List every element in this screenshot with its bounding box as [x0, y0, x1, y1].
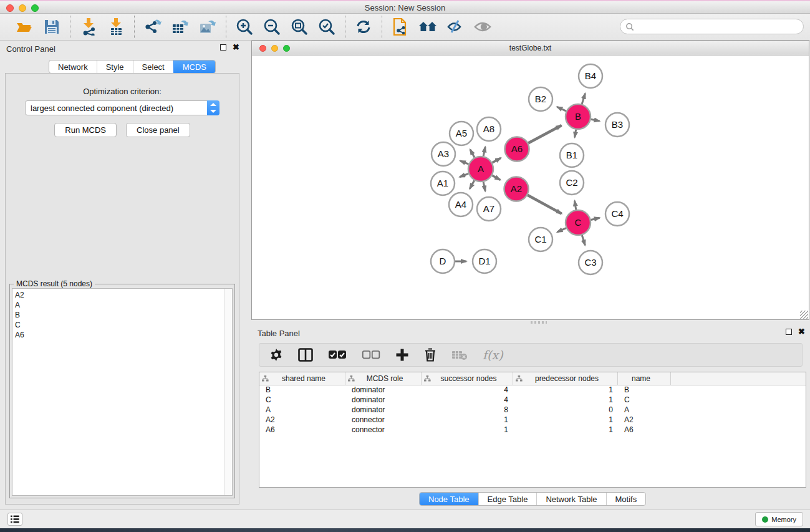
node-A7[interactable]: A7	[477, 197, 501, 221]
zoom-fit-icon[interactable]	[290, 17, 309, 36]
column-header-MCDS-role[interactable]: MCDS role	[345, 372, 422, 385]
tab-edge-table[interactable]: Edge Table	[478, 493, 537, 505]
table-row[interactable]: A2connector11A2	[259, 415, 806, 425]
edge-A-A8[interactable]	[483, 147, 485, 156]
run-mcds-button[interactable]: Run MCDS	[54, 123, 117, 137]
gear-icon[interactable]	[269, 346, 283, 364]
node-A6[interactable]: A6	[505, 137, 529, 162]
import-table-icon[interactable]	[107, 17, 125, 36]
node-A4[interactable]: A4	[449, 193, 473, 216]
node-B3[interactable]: B3	[605, 113, 629, 137]
result-list-item[interactable]: B	[15, 310, 222, 320]
result-list-item[interactable]: C	[15, 320, 222, 330]
edge-A2-C[interactable]	[528, 195, 562, 214]
node-table[interactable]: shared nameMCDS rolesuccessor nodesprede…	[259, 372, 806, 488]
node-A5[interactable]: A5	[450, 122, 473, 145]
node-B2[interactable]: B2	[529, 87, 552, 111]
memory-button[interactable]: Memory	[755, 512, 803, 526]
delete-table-icon[interactable]	[451, 346, 468, 364]
save-session-icon[interactable]	[42, 17, 61, 36]
result-list-item[interactable]: A6	[15, 330, 222, 340]
node-A1[interactable]: A1	[431, 172, 455, 195]
node-C3[interactable]: C3	[579, 251, 602, 274]
result-list-item[interactable]: A	[15, 300, 222, 310]
home-icon[interactable]	[418, 17, 437, 36]
toggle-details-icon[interactable]	[446, 17, 465, 36]
node-A8[interactable]: A8	[477, 117, 501, 141]
edge-A-A5[interactable]	[470, 149, 475, 157]
table-row[interactable]: A6connector11A6	[259, 425, 806, 435]
search-input[interactable]	[637, 22, 793, 31]
float-table-panel-icon[interactable]	[786, 329, 792, 335]
node-D1[interactable]: D1	[473, 249, 496, 273]
edge-B-B4[interactable]	[582, 94, 585, 104]
network-from-file-icon[interactable]	[391, 17, 410, 36]
edge-A-A6[interactable]	[492, 158, 501, 163]
table-row[interactable]: Bdominator41B	[259, 385, 806, 395]
edge-A-A4[interactable]	[470, 180, 475, 188]
refresh-icon[interactable]	[354, 17, 373, 36]
table-row[interactable]: Cdominator41C	[259, 395, 806, 405]
horizontal-splitter[interactable]	[251, 320, 810, 325]
edge-C-C2[interactable]	[574, 201, 576, 210]
result-list-item[interactable]: A2	[15, 290, 222, 300]
close-table-panel-icon[interactable]: ✖	[798, 329, 805, 335]
float-panel-icon[interactable]	[220, 44, 226, 51]
export-network-icon[interactable]	[143, 17, 162, 36]
criterion-dropdown[interactable]: largest connected component (directed)	[25, 100, 219, 115]
edge-C-C1[interactable]	[557, 228, 566, 232]
function-builder-button[interactable]: f(x)	[483, 348, 503, 362]
node-C4[interactable]: C4	[605, 202, 629, 226]
table-row[interactable]: Adominator80A	[259, 405, 806, 415]
result-scrollbar[interactable]	[224, 289, 232, 495]
resize-handle-icon[interactable]	[800, 311, 808, 319]
column-header-predecessor-nodes[interactable]: predecessor nodes	[513, 372, 618, 385]
export-table-icon[interactable]	[171, 17, 190, 36]
zoom-in-icon[interactable]	[235, 17, 254, 36]
node-B[interactable]: B	[566, 104, 591, 129]
zoom-out-icon[interactable]	[263, 17, 281, 36]
import-network-icon[interactable]	[79, 17, 98, 36]
column-header-successor-nodes[interactable]: successor nodes	[422, 372, 513, 385]
node-B4[interactable]: B4	[579, 64, 602, 88]
column-header-name[interactable]: name	[618, 372, 671, 385]
node-A3[interactable]: A3	[432, 142, 455, 166]
edge-A-A2[interactable]	[492, 175, 500, 180]
tab-network[interactable]: Network	[49, 60, 97, 73]
edge-C-C4[interactable]	[591, 218, 599, 220]
edge-B-B1[interactable]	[575, 130, 576, 138]
column-header-shared-name[interactable]: shared name	[259, 372, 345, 385]
edge-A6-B[interactable]	[528, 125, 561, 143]
trash-icon[interactable]	[424, 346, 436, 364]
tab-mcds[interactable]: MCDS	[173, 60, 215, 73]
mcds-result-list[interactable]: A2ABCA6	[12, 288, 233, 496]
node-C[interactable]: C	[566, 210, 591, 235]
eye-icon[interactable]	[473, 17, 492, 36]
network-canvas[interactable]: B4B2BB3A5A8A6A3B1AA1C2A2A4A7C4CC1DD1C3	[252, 56, 809, 319]
edge-A-A1[interactable]	[460, 173, 468, 177]
tab-node-table[interactable]: Node Table	[420, 493, 478, 505]
edge-B-B3[interactable]	[591, 119, 600, 121]
tab-network-table[interactable]: Network Table	[536, 493, 605, 505]
node-A2[interactable]: A2	[504, 177, 529, 201]
node-C2[interactable]: C2	[560, 171, 584, 195]
tab-motifs[interactable]: Motifs	[606, 493, 646, 505]
tab-select[interactable]: Select	[133, 60, 173, 73]
node-C1[interactable]: C1	[529, 228, 552, 251]
edge-B-B2[interactable]	[557, 107, 566, 111]
network-window-titlebar[interactable]: testGlobe.txt	[252, 41, 809, 56]
columns-icon[interactable]	[298, 346, 313, 364]
edge-C-C3[interactable]	[582, 235, 585, 245]
search-field[interactable]	[620, 19, 804, 34]
node-A[interactable]: A	[468, 157, 493, 181]
node-B1[interactable]: B1	[560, 143, 584, 167]
zoom-selected-icon[interactable]	[317, 17, 336, 36]
edge-A-A7[interactable]	[483, 182, 485, 191]
export-image-icon[interactable]	[198, 17, 217, 36]
add-icon[interactable]	[395, 346, 409, 364]
close-panel-icon[interactable]: ✖	[233, 44, 239, 51]
edge-A-A3[interactable]	[460, 161, 469, 164]
task-history-button[interactable]	[7, 513, 22, 526]
close-panel-button[interactable]: Close panel	[126, 123, 190, 137]
tab-style[interactable]: Style	[97, 60, 133, 73]
